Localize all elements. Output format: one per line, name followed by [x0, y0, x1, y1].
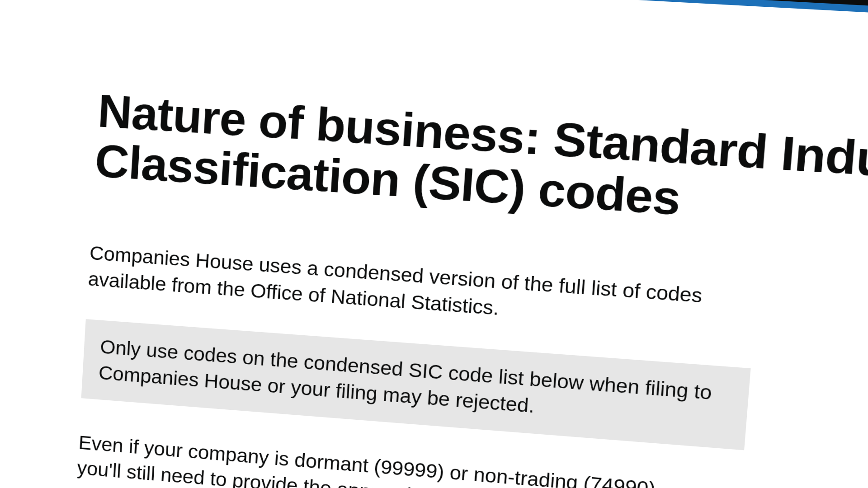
page-title: Nature of business: Standard Industrial … — [94, 85, 868, 248]
callout-box: Only use codes on the condensed SIC code… — [81, 319, 751, 450]
callout-text: Only use codes on the condensed SIC code… — [98, 334, 733, 435]
page-body: Nature of business: Standard Industrial … — [0, 0, 868, 488]
intro-paragraph: Companies House uses a condensed version… — [87, 240, 723, 338]
page-scene: Companies House Nature of business: Stan… — [0, 0, 868, 488]
